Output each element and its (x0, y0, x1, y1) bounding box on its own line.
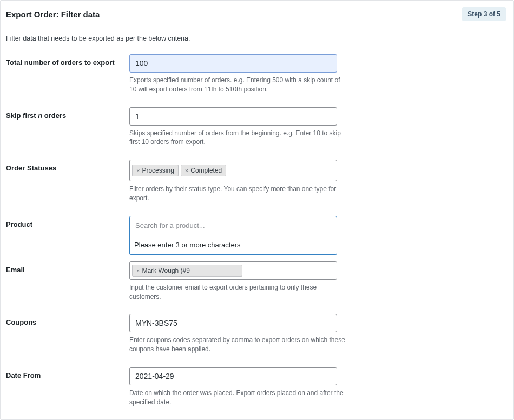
label-product: Product (6, 220, 32, 228)
label-email: Email (6, 266, 25, 274)
help-order-statuses: Filter orders by their status type. You … (129, 185, 346, 203)
label-date-from: Date From (6, 371, 41, 379)
row-skip-orders: Skip first n orders Skips specified numb… (6, 107, 508, 147)
row-total-orders: Total number of orders to export Exports… (6, 54, 508, 94)
page-title: Export Order: Filter data (6, 10, 100, 19)
status-tag-processing[interactable]: ×Processing (132, 165, 179, 176)
label-total-orders: Total number of orders to export (6, 58, 115, 67)
product-search-input[interactable] (130, 216, 337, 234)
form-content: Filter data that needs to be exported as… (1, 27, 513, 420)
order-statuses-select[interactable]: ×Processing ×Completed (129, 160, 337, 181)
skip-orders-input[interactable] (129, 107, 337, 126)
email-tag[interactable]: ×Mark Wough (#9 – (132, 265, 242, 277)
close-icon[interactable]: × (185, 167, 188, 174)
label-skip-orders: Skip first n orders (6, 111, 66, 120)
step-badge: Step 3 of 5 (462, 7, 506, 21)
help-total-orders: Exports specified number of orders. e.g.… (129, 76, 346, 94)
help-skip-orders: Skips specified number of orders from th… (129, 129, 346, 147)
email-select[interactable]: ×Mark Wough (#9 – (129, 261, 337, 280)
status-tag-completed[interactable]: ×Completed (181, 165, 226, 176)
date-from-input[interactable] (129, 367, 337, 385)
help-coupons: Enter coupons codes separated by comma t… (129, 336, 346, 354)
intro-text: Filter data that needs to be exported as… (6, 35, 508, 42)
row-date-from: Date From Date on which the order was pl… (6, 367, 508, 407)
row-email: Email ×Mark Wough (#9 – Input the custom… (6, 261, 508, 301)
row-product: Product Please enter 3 or more character… (6, 216, 508, 237)
close-icon[interactable]: × (136, 167, 140, 174)
product-dropdown-message: Please enter 3 or more characters (129, 235, 337, 255)
page-header: Export Order: Filter data Step 3 of 5 (1, 1, 513, 27)
label-coupons: Coupons (6, 318, 36, 326)
total-orders-input[interactable] (129, 54, 337, 73)
product-search-select[interactable] (129, 216, 337, 237)
coupons-input[interactable] (129, 314, 337, 332)
row-coupons: Coupons Enter coupons codes separated by… (6, 314, 508, 354)
close-icon[interactable]: × (136, 267, 140, 274)
row-order-statuses: Order Statuses ×Processing ×Completed Fi… (6, 160, 508, 203)
help-date-from: Date on which the order was placed. Expo… (129, 389, 346, 407)
label-order-statuses: Order Statuses (6, 164, 56, 172)
help-email: Input the customer email to export order… (129, 283, 346, 301)
